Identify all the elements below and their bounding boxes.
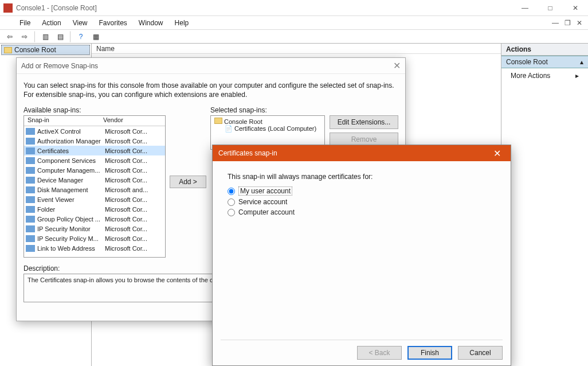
collapse-icon: ▴	[580, 58, 583, 66]
list-item[interactable]: IP Security MonitorMicrosoft Cor...	[24, 224, 165, 233]
separator	[70, 31, 71, 42]
col-vendor[interactable]: Vendor	[100, 116, 127, 126]
snapin-icon	[26, 167, 35, 174]
mdi-restore-button[interactable]: ❐	[562, 19, 573, 27]
available-listbox[interactable]: Snap-in Vendor ActiveX ControlMicrosoft …	[23, 115, 166, 258]
selected-label: Selected snap-ins:	[210, 106, 398, 115]
snapin-icon	[26, 225, 35, 232]
chevron-right-icon: ▸	[575, 72, 579, 80]
radio-computer[interactable]: Computer account	[228, 208, 496, 216]
finish-button[interactable]: Finish	[407, 346, 452, 360]
actions-selected[interactable]: Console Root ▴	[501, 56, 588, 68]
back-button[interactable]: ⇦	[3, 31, 16, 42]
close-icon[interactable]: ✕	[489, 148, 505, 159]
actions-header: Actions	[501, 44, 588, 56]
minimize-button[interactable]: —	[512, 0, 538, 15]
add-button[interactable]: Add >	[170, 176, 206, 188]
snapin-icon	[26, 138, 35, 145]
actions-selected-label: Console Root	[506, 58, 548, 66]
menu-help[interactable]: Help	[170, 18, 194, 28]
wizard-title: Certificates snap-in	[218, 149, 277, 157]
list-item[interactable]: FolderMicrosoft Cor...	[24, 204, 165, 214]
edit-extensions-button[interactable]: Edit Extensions...	[330, 115, 398, 129]
close-icon[interactable]: ✕	[393, 60, 401, 71]
snapin-icon	[26, 128, 35, 135]
export-list-button[interactable]: ▤	[54, 31, 66, 42]
list-item[interactable]: Component ServicesMicrosoft Cor...	[24, 155, 165, 165]
snapin-icon	[26, 186, 35, 193]
list-item[interactable]: Disk ManagementMicrosoft and...	[24, 185, 165, 194]
radio-input[interactable]	[228, 198, 235, 206]
mdi-close-button[interactable]: ✕	[574, 19, 585, 27]
list-item[interactable]: Computer Managem...Microsoft Cor...	[24, 165, 165, 175]
list-item[interactable]: ActiveX ControlMicrosoft Cor...	[24, 126, 165, 136]
dialog-title: Add or Remove Snap-ins	[21, 62, 98, 70]
list-item[interactable]: IP Security Policy M...Microsoft Cor...	[24, 233, 165, 243]
menu-window[interactable]: Window	[134, 18, 168, 28]
radio-input[interactable]	[228, 188, 235, 195]
actions-more-label: More Actions	[511, 72, 550, 80]
maximize-button[interactable]: □	[538, 0, 563, 15]
col-name[interactable]: Name	[96, 45, 115, 53]
available-label: Available snap-ins:	[23, 106, 166, 115]
list-item[interactable]: Group Policy Object ...Microsoft Cor...	[24, 214, 165, 224]
list-item[interactable]: Authorization ManagerMicrosoft Cor...	[24, 136, 165, 146]
cancel-button[interactable]: Cancel	[458, 346, 503, 360]
menu-view[interactable]: View	[68, 18, 92, 28]
app-icon	[3, 3, 13, 13]
list-item[interactable]: Link to Web AddressMicrosoft Cor...	[24, 243, 165, 253]
certificates-wizard: Certificates snap-in ✕ This snap-in will…	[212, 145, 511, 366]
window-title: Console1 - [Console Root]	[16, 4, 512, 12]
radio-my-user[interactable]: My user account	[228, 186, 496, 196]
list-item[interactable]: CertificatesMicrosoft Cor...	[24, 146, 165, 155]
col-snapin[interactable]: Snap-in	[24, 116, 100, 126]
snapin-icon	[26, 196, 35, 203]
folder-icon	[4, 47, 12, 53]
back-button: < Back	[357, 346, 402, 360]
snapin-icon	[26, 206, 35, 213]
show-hide-tree-button[interactable]: ▥	[39, 31, 52, 42]
menu-file[interactable]: File	[15, 18, 35, 28]
list-item[interactable]: Event ViewerMicrosoft Cor...	[24, 194, 165, 204]
snapin-icon	[26, 177, 35, 184]
mdi-minimize-button[interactable]: —	[550, 19, 561, 27]
snapin-icon	[26, 235, 35, 242]
wizard-prompt: This snap-in will always manage certific…	[228, 173, 496, 181]
list-item[interactable]: Device ManagerMicrosoft Cor...	[24, 175, 165, 185]
menu-action[interactable]: Action	[37, 18, 65, 28]
snapin-icon	[26, 157, 35, 164]
snapin-icon	[26, 245, 35, 252]
actions-more[interactable]: More Actions ▸	[501, 68, 588, 83]
tree-root-label: Console Root	[14, 46, 56, 54]
tree-root[interactable]: Console Root	[1, 45, 90, 55]
snapin-icon	[26, 147, 35, 154]
snapin-icon	[26, 216, 35, 223]
forward-button[interactable]: ⇨	[18, 31, 31, 42]
close-button[interactable]: ✕	[563, 0, 588, 15]
radio-input[interactable]	[228, 209, 235, 216]
radio-service[interactable]: Service account	[228, 198, 496, 206]
actions-pane: Actions Console Root ▴ More Actions ▸	[501, 44, 588, 366]
help-icon[interactable]: ?	[75, 31, 87, 42]
new-window-button[interactable]: ▦	[89, 31, 102, 42]
folder-icon	[214, 118, 222, 124]
separator	[34, 31, 36, 42]
menu-favorites[interactable]: Favorites	[95, 18, 132, 28]
dialog-intro: You can select snap-ins for this console…	[23, 79, 398, 106]
